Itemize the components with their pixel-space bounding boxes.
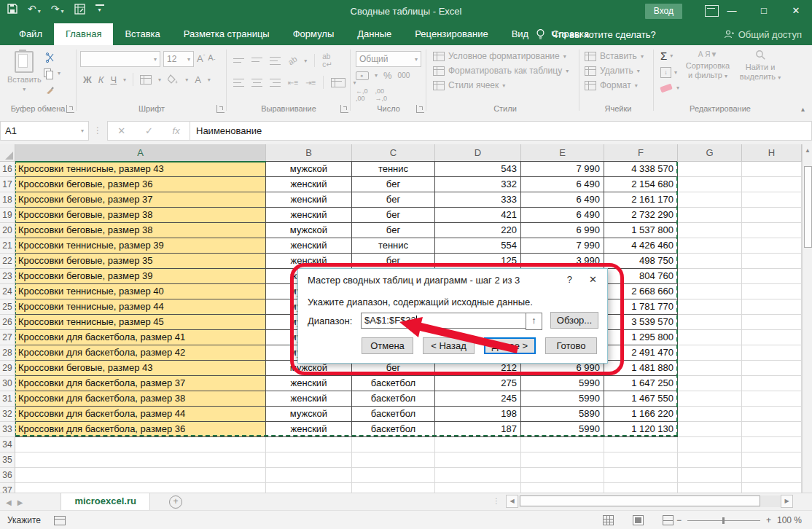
cancel-entry-icon[interactable]: ✕ [117, 125, 125, 136]
zoom-in-icon[interactable]: + [766, 515, 771, 525]
cell-G25[interactable] [678, 299, 742, 315]
decrease-decimal-icon[interactable]: ,00→,0 [375, 87, 388, 102]
tab-Данные[interactable]: Данные [346, 23, 403, 45]
cell-C18[interactable]: бег [352, 192, 435, 208]
macro-record-icon[interactable] [54, 516, 66, 525]
row-header-32[interactable]: 32 [0, 407, 15, 422]
cell-B22[interactable]: женский [266, 254, 352, 269]
autosum-icon[interactable]: Σ [660, 50, 667, 62]
column-header-E[interactable]: E [521, 144, 604, 162]
finish-button[interactable]: Готово [545, 337, 597, 354]
align-middle-icon[interactable] [251, 58, 262, 64]
cell-B32[interactable]: мужской [266, 407, 352, 422]
cell-F23[interactable]: 804 760 [604, 269, 678, 284]
cell-E31[interactable]: 5990 [521, 391, 604, 407]
scroll-up-icon[interactable]: ▲ [803, 147, 812, 154]
tab-Рецензирование[interactable]: Рецензирование [403, 23, 499, 45]
align-right-icon[interactable] [270, 79, 281, 87]
cell-F16[interactable]: 4 338 570 [604, 162, 678, 177]
row-header-31[interactable]: 31 [0, 391, 15, 407]
italic-button[interactable]: К [98, 74, 104, 85]
cell-A25[interactable]: Кроссовки теннисные, размер 44 [15, 299, 266, 315]
cell-A34[interactable] [15, 437, 266, 452]
cell-C21[interactable]: теннис [352, 238, 435, 254]
row-header-27[interactable]: 27 [0, 330, 15, 345]
row-header-16[interactable]: 16 [0, 162, 15, 177]
cell-H27[interactable] [742, 330, 802, 345]
cell-F21[interactable]: 4 426 460 [604, 238, 678, 254]
zoom-slider[interactable] [687, 520, 760, 521]
cell-H20[interactable] [742, 223, 802, 238]
cell-C37[interactable] [352, 483, 435, 493]
cell-F28[interactable]: 2 491 470 [604, 345, 678, 361]
cell-C31[interactable]: баскетбол [352, 391, 435, 407]
wrap-text-icon[interactable]: abc↵ [322, 52, 332, 68]
cell-D32[interactable]: 198 [435, 407, 521, 422]
cell-E34[interactable] [521, 437, 604, 452]
increase-decimal-icon[interactable]: ←,0,00 [356, 87, 368, 102]
cell-F22[interactable]: 498 750 [604, 254, 678, 269]
cancel-button[interactable]: Отмена [362, 337, 413, 354]
cell-C22[interactable]: бег [352, 254, 435, 269]
cell-B17[interactable]: женский [266, 177, 352, 192]
column-header-A[interactable]: A [15, 144, 266, 162]
cell-C32[interactable]: баскетбол [352, 407, 435, 422]
cell-B34[interactable] [266, 437, 352, 452]
row-header-20[interactable]: 20 [0, 223, 15, 238]
select-all-corner[interactable] [0, 144, 15, 162]
cell-A29[interactable]: Кроссовки беговые, размер 43 [15, 361, 266, 376]
cell-F19[interactable]: 2 732 290 [604, 208, 678, 223]
cell-C30[interactable]: баскетбол [352, 376, 435, 391]
orientation-icon[interactable]: ab [286, 55, 299, 67]
row-header-21[interactable]: 21 [0, 238, 15, 254]
cell-A23[interactable]: Кроссовки беговые, размер 39 [15, 269, 266, 284]
cell-E30[interactable]: 5990 [521, 376, 604, 391]
cell-A31[interactable]: Кроссовки для баскетбола, размер 38 [15, 391, 266, 407]
cell-G35[interactable] [678, 452, 742, 468]
row-header-33[interactable]: 33 [0, 422, 15, 437]
align-bottom-icon[interactable] [270, 57, 281, 65]
sort-filter-button[interactable]: А Я▼ Сортировка и фильтр ▾ [684, 50, 732, 81]
cell-A22[interactable]: Кроссовки беговые, размер 35 [15, 254, 266, 269]
cell-G19[interactable] [678, 208, 742, 223]
cell-A37[interactable] [15, 483, 266, 493]
collapse-ribbon-icon[interactable]: ▴ [801, 105, 805, 113]
cell-D20[interactable]: 220 [435, 223, 521, 238]
cell-F29[interactable]: 1 481 880 [604, 361, 678, 376]
align-top-icon[interactable] [233, 58, 244, 63]
cell-D35[interactable] [435, 452, 521, 468]
cell-H37[interactable] [742, 483, 802, 493]
cell-H23[interactable] [742, 269, 802, 284]
cell-F24[interactable]: 2 668 660 [604, 284, 678, 299]
cell-D16[interactable]: 543 [435, 162, 521, 177]
next-button[interactable]: Далее > [484, 337, 536, 354]
cell-E16[interactable]: 7 990 [521, 162, 604, 177]
column-header-G[interactable]: G [678, 144, 742, 162]
cell-B31[interactable]: женский [266, 391, 352, 407]
cell-E18[interactable]: 6 490 [521, 192, 604, 208]
underline-button[interactable]: Ч [110, 74, 117, 85]
cell-B20[interactable]: мужской [266, 223, 352, 238]
row-header-35[interactable]: 35 [0, 452, 15, 468]
cell-E20[interactable]: 6 990 [521, 223, 604, 238]
cell-F35[interactable] [604, 452, 678, 468]
cell-C34[interactable] [352, 437, 435, 452]
cell-A16[interactable]: Кроссовки теннисные, размер 43 [15, 162, 266, 177]
cell-H22[interactable] [742, 254, 802, 269]
number-dialog-launcher[interactable] [416, 105, 424, 113]
cell-A30[interactable]: Кроссовки для баскетбола, размер 37 [15, 376, 266, 391]
cell-A32[interactable]: Кроссовки для баскетбола, размер 44 [15, 407, 266, 422]
sheet-nav-right-icon[interactable]: ▶ [17, 498, 23, 506]
cell-D31[interactable]: 245 [435, 391, 521, 407]
cell-H26[interactable] [742, 315, 802, 330]
enter-entry-icon[interactable]: ✓ [145, 125, 153, 136]
zoom-slider-thumb[interactable] [722, 517, 725, 524]
thousands-icon[interactable]: 000 [398, 71, 410, 79]
cell-E17[interactable]: 6 490 [521, 177, 604, 192]
delete-cells-button[interactable]: Удалить▾ [585, 66, 644, 76]
cell-styles-button[interactable]: Стили ячеек▾ [433, 80, 569, 90]
cell-G16[interactable] [678, 162, 742, 177]
format-painter-button[interactable] [45, 85, 55, 95]
row-header-37[interactable]: 37 [0, 483, 15, 493]
cell-B30[interactable]: женский [266, 376, 352, 391]
